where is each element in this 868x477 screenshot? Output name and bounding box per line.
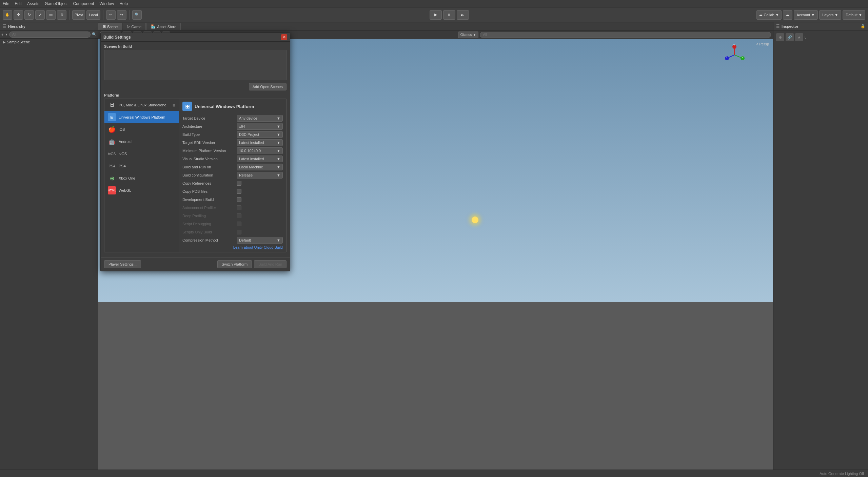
scene-search-input[interactable]	[480, 32, 771, 38]
local-button[interactable]: Local	[86, 10, 100, 20]
tvos-icon: tvOS	[108, 150, 116, 158]
search-icon[interactable]: 🔍	[92, 32, 97, 37]
platform-uwp[interactable]: ⊞ Universal Windows Platform	[104, 111, 179, 123]
axis-gizmo[interactable]: Y X Z	[723, 43, 746, 66]
architecture-label: Architecture	[182, 124, 237, 128]
ground-background	[98, 302, 773, 477]
inspector-tool-1[interactable]: ⊕	[776, 33, 784, 41]
target-sdk-value: Latest installed	[239, 141, 264, 145]
platform-android[interactable]: 🤖 Android	[104, 136, 179, 148]
pivot-button[interactable]: Pivot	[72, 10, 85, 20]
build-and-run-label: Build And Run	[258, 262, 282, 266]
tab-asset-store[interactable]: 🏪 Asset Store	[146, 23, 181, 30]
uwp-icon: ⊞	[108, 113, 116, 121]
hand-tool-button[interactable]: ✋	[3, 10, 12, 20]
play-button[interactable]: ▶	[430, 10, 442, 20]
collab-label: Collab ▼	[764, 13, 779, 17]
hierarchy-sample-scene[interactable]: ▶ SampleScene	[0, 39, 98, 45]
persp-label: < Persp	[756, 42, 769, 46]
redo-button[interactable]: ↪	[117, 10, 126, 20]
scripts-only-checkbox	[237, 230, 241, 234]
add-open-scenes-button[interactable]: Add Open Scenes	[249, 83, 287, 90]
gizmos-dropdown[interactable]: Gizmos ▼	[458, 32, 479, 38]
copy-pdb-checkbox[interactable]	[237, 189, 241, 194]
switch-platform-button[interactable]: Switch Platform	[217, 260, 252, 268]
cloud-build-link[interactable]: Learn about Unity Cloud Build	[182, 245, 283, 249]
tab-scene[interactable]: ⊞ Scene	[98, 23, 122, 30]
inspector-tool-2[interactable]: 🔗	[786, 33, 794, 41]
copy-refs-checkbox[interactable]	[237, 181, 241, 186]
hierarchy-search-bar: + ▼ 🔍	[0, 30, 98, 39]
menu-component[interactable]: Component	[73, 1, 94, 6]
min-platform-dropdown[interactable]: 10.0.10240.0 ▼	[237, 147, 283, 154]
target-device-dropdown[interactable]: Any device ▼	[237, 115, 283, 122]
default-layout-dropdown[interactable]: Default ▼	[843, 10, 865, 20]
inspector-content: ⊕ 🔗 ★ 8	[773, 30, 868, 47]
ios-icon: 🍎	[108, 125, 116, 133]
scale-tool-button[interactable]: ⤢	[35, 10, 45, 20]
settings-build-type-row: Build Type D3D Project ▼	[182, 131, 283, 138]
rotate-tool-button[interactable]: ↻	[24, 10, 34, 20]
compression-dropdown[interactable]: Default ▼	[237, 237, 283, 244]
search-global-button[interactable]: 🔍	[132, 10, 142, 20]
build-config-arrow: ▼	[277, 173, 280, 177]
asset-store-tab-icon: 🏪	[151, 24, 156, 29]
menu-bar: File Edit Assets GameObject Component Wi…	[0, 0, 868, 7]
architecture-dropdown[interactable]: x64 ▼	[237, 123, 283, 130]
build-config-label: Build configuration	[182, 173, 237, 177]
platform-pc[interactable]: 🖥 PC, Mac & Linux Standalone ⊞	[104, 99, 179, 111]
platform-ps4[interactable]: PS4 PS4	[104, 160, 179, 172]
menu-help[interactable]: Help	[119, 1, 128, 6]
scene-tab-icon: ⊞	[103, 24, 106, 29]
dev-build-label: Development Build	[182, 198, 237, 202]
platform-settings: ⊞ Universal Windows Platform Target Devi…	[179, 99, 286, 252]
build-run-dropdown[interactable]: Local Machine ▼	[237, 164, 283, 170]
platform-section: 🖥 PC, Mac & Linux Standalone ⊞ ⊞ Univers…	[104, 99, 287, 252]
target-sdk-dropdown[interactable]: Latest installed ▼	[237, 139, 283, 146]
platform-xbox[interactable]: ⊕ Xbox One	[104, 172, 179, 184]
rect-tool-button[interactable]: ▭	[46, 10, 56, 20]
close-icon: ✕	[283, 35, 286, 39]
menu-gameobject[interactable]: GameObject	[45, 1, 67, 6]
collab-button[interactable]: ☁ Collab ▼	[756, 10, 781, 20]
cloud-button[interactable]: ☁	[783, 10, 792, 20]
dialog-close-button[interactable]: ✕	[281, 34, 287, 40]
status-bar: Auto Generate Lighting Off	[0, 470, 868, 477]
vs-version-arrow: ▼	[277, 157, 280, 161]
move-tool-button[interactable]: ✥	[14, 10, 23, 20]
menu-window[interactable]: Window	[99, 1, 114, 6]
target-device-label: Target Device	[182, 116, 237, 120]
vs-version-dropdown[interactable]: Latest installed ▼	[237, 155, 283, 162]
menu-edit[interactable]: Edit	[15, 1, 22, 6]
platform-tvos[interactable]: tvOS tvOS	[104, 148, 179, 160]
platform-ios[interactable]: 🍎 iOS	[104, 123, 179, 136]
settings-vs-version-row: Visual Studio Version Latest installed ▼	[182, 155, 283, 163]
undo-button[interactable]: ↩	[106, 10, 116, 20]
game-tab-label: Game	[131, 25, 141, 29]
ps4-label: PS4	[119, 164, 126, 168]
menu-assets[interactable]: Assets	[27, 1, 39, 6]
layers-dropdown[interactable]: Layers ▼	[819, 10, 841, 20]
plus-button[interactable]: +	[1, 33, 3, 37]
account-dropdown[interactable]: Account ▼	[794, 10, 818, 20]
transform-tool-button[interactable]: ⊕	[57, 10, 66, 20]
inspector-tool-3[interactable]: ★	[795, 33, 803, 41]
hierarchy-search-input[interactable]	[9, 32, 91, 38]
tab-game[interactable]: ▷ Game	[123, 23, 146, 30]
dev-build-checkbox[interactable]	[237, 197, 241, 202]
platform-webgl[interactable]: HTML WebGL	[104, 184, 179, 196]
status-bar-label: Auto Generate Lighting Off	[820, 472, 864, 476]
settings-build-run-row: Build and Run on Local Machine ▼	[182, 163, 283, 171]
pause-button[interactable]: ⏸	[443, 10, 455, 20]
build-config-dropdown[interactable]: Release ▼	[237, 172, 283, 179]
tvos-label: tvOS	[119, 152, 127, 156]
player-settings-button[interactable]: Player Settings...	[104, 260, 141, 268]
hierarchy-icon: ☰	[3, 24, 6, 28]
step-button[interactable]: ⏭	[457, 10, 469, 20]
menu-file[interactable]: File	[3, 1, 9, 6]
build-type-dropdown[interactable]: D3D Project ▼	[237, 131, 283, 138]
lock-icon[interactable]: 🔒	[861, 24, 865, 28]
dialog-body: Scenes In Build Add Open Scenes Platform…	[101, 42, 290, 257]
android-label: Android	[119, 140, 132, 144]
build-and-run-button[interactable]: Build And Run	[254, 260, 287, 268]
